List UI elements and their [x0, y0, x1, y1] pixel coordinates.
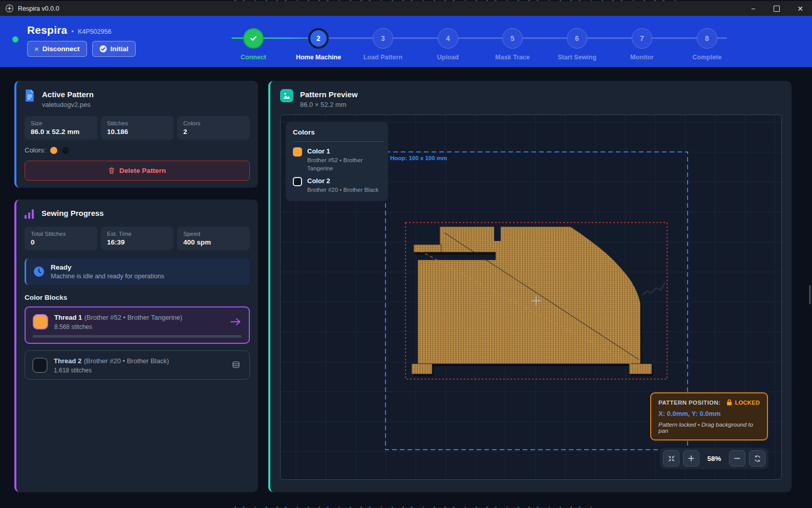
fit-view-button[interactable]: [663, 450, 679, 467]
stat-colors: Colors 2: [177, 116, 250, 140]
initial-label: Initial: [111, 45, 129, 53]
thread-1-swatch: [33, 314, 48, 329]
step-upload-circle[interactable]: 4: [438, 28, 458, 49]
locked-badge: LOCKED: [735, 400, 760, 406]
stat-size: Size 86.0 x 52.2 mm: [25, 116, 97, 140]
trash-icon: [109, 167, 115, 174]
step-monitor-circle[interactable]: 7: [632, 28, 652, 49]
pattern-filename: valetudogv2.pes: [42, 101, 94, 108]
step-load-pattern-circle[interactable]: 3: [373, 28, 393, 49]
connection-block: Respira • K4P502956 × Disconnect Init: [12, 24, 136, 57]
step-complete-circle[interactable]: 8: [697, 28, 717, 49]
stat-total-stitches-value: 0: [31, 238, 91, 246]
colors-legend-title: Colors: [293, 128, 384, 136]
thread-1-detail: (Brother #52 • Brother Tangerine): [84, 314, 182, 321]
file-icon: [25, 89, 35, 102]
pattern-canvas[interactable]: Hoop: 100 x 100 mm: [280, 115, 782, 480]
stat-speed-value: 400 spm: [183, 238, 244, 246]
zoom-level: 58%: [703, 455, 725, 462]
initial-button[interactable]: Initial: [92, 41, 136, 57]
pattern-position-overlay: PATTERN POSITION: LOCKED X: 0.0mm, Y: 0.…: [650, 392, 768, 440]
step-mask-trace-circle[interactable]: 5: [502, 28, 523, 49]
pattern-coordinates: X: 0.0mm, Y: 0.0mm: [658, 410, 760, 417]
zoom-controls: 58%: [660, 448, 768, 469]
check-circle-icon: [99, 45, 107, 53]
thread-1-progress-track: [33, 335, 242, 338]
pattern-preview-title: Pattern Preview: [300, 89, 358, 99]
pattern-position-label: PATTERN POSITION:: [658, 400, 720, 406]
close-icon: ✕: [797, 5, 803, 13]
stat-size-value: 86.0 x 52.2 mm: [31, 128, 91, 136]
stat-est-time: Est. Time 16:39: [101, 227, 174, 250]
stat-stitches-label: Stitches: [107, 120, 167, 126]
legend-swatch-2: [293, 177, 302, 186]
fit-view-icon: [668, 455, 675, 462]
brand-row: Respira • K4P502956: [27, 24, 136, 36]
refresh-icon: [754, 455, 761, 462]
step-connect-circle[interactable]: [243, 28, 264, 49]
maximize-button[interactable]: [765, 1, 788, 16]
thread-1-stitches: 8.568 stitches: [54, 323, 223, 330]
maximize-icon: [774, 6, 780, 12]
thread-2-block[interactable]: Thread 2 (Brother #20 • Brother Black) 1…: [25, 350, 250, 380]
legend-color-1-detail: Brother #52 • Brother Tangerine: [307, 156, 384, 172]
zoom-in-button[interactable]: [683, 450, 699, 467]
lock-icon: [726, 399, 732, 406]
check-icon: [249, 34, 258, 43]
stat-stitches-value: 10.186: [107, 128, 167, 136]
stat-est-time-label: Est. Time: [107, 231, 167, 237]
machine-status-desc: Machine is idle and ready for operations: [51, 273, 164, 280]
thread-2-stitches: 1.618 stitches: [54, 367, 224, 374]
main-content: Active Pattern valetudogv2.pes Size 86.0…: [0, 67, 812, 508]
delete-pattern-label: Delete Pattern: [119, 167, 166, 174]
disconnect-label: Disconnect: [42, 45, 80, 53]
thread-1-block[interactable]: Thread 1 (Brother #52 • Brother Tangerin…: [25, 306, 250, 344]
legend-entry-color-1: Color 1 Brother #52 • Brother Tangerine: [293, 147, 384, 172]
minimize-icon: −: [751, 5, 755, 13]
arrow-right-icon[interactable]: [230, 318, 241, 326]
sewing-progress-card: Sewing Progress Total Stitches 0 Est. Ti…: [14, 200, 258, 492]
minimize-button[interactable]: −: [741, 1, 765, 16]
machine-status-title: Ready: [51, 263, 164, 271]
delete-pattern-button[interactable]: Delete Pattern: [25, 161, 250, 181]
legend-divider: [293, 141, 384, 142]
bar-chart-icon: [25, 208, 35, 219]
machine-serial: K4P502956: [78, 28, 111, 35]
image-icon: [280, 89, 293, 102]
stat-size-label: Size: [31, 120, 91, 126]
active-pattern-card: Active Pattern valetudogv2.pes Size 86.0…: [14, 81, 258, 188]
titlebar: Respira v0.0.0 − ✕: [0, 1, 812, 16]
thread-2-name: Thread 2: [54, 357, 81, 365]
brand-title: Respira: [27, 24, 67, 36]
machine-status-box: Ready Machine is idle and ready for oper…: [25, 258, 250, 285]
window-scrollbar[interactable]: [809, 285, 811, 304]
legend-color-2-detail: Brother #20 • Brother Black: [307, 186, 384, 194]
thread-2-detail: (Brother #20 • Brother Black): [84, 357, 169, 365]
close-button[interactable]: ✕: [788, 1, 812, 16]
pattern-preview-card: Pattern Preview 86.0 × 52.2 mm: [268, 81, 792, 492]
brand-separator: •: [71, 28, 74, 35]
legend-entry-color-2: Color 2 Brother #20 • Brother Black: [293, 177, 384, 194]
colors-row-label: Colors:: [25, 146, 46, 154]
stat-stitches: Stitches 10.186: [101, 116, 174, 140]
step-home-machine-circle[interactable]: 2: [308, 28, 329, 49]
thread-2-swatch: [32, 358, 48, 373]
pattern-dimensions: 86.0 × 52.2 mm: [300, 101, 358, 108]
stat-speed: Speed 400 spm: [177, 227, 250, 250]
stat-colors-value: 2: [183, 128, 244, 136]
stat-colors-label: Colors: [183, 120, 244, 126]
clock-icon: [33, 266, 45, 277]
app-header: Respira • K4P502956 × Disconnect Init: [0, 16, 812, 67]
sewing-progress-title: Sewing Progress: [41, 208, 104, 217]
machine-status-dot: [12, 36, 18, 42]
pattern-notch: [494, 226, 501, 241]
disconnect-button[interactable]: × Disconnect: [27, 41, 87, 57]
stat-est-time-value: 16:39: [107, 238, 167, 246]
legend-color-1-name: Color 1: [307, 147, 384, 155]
zoom-out-button[interactable]: [729, 450, 745, 467]
reset-view-button[interactable]: [749, 450, 765, 467]
legend-color-2-name: Color 2: [307, 177, 384, 185]
stat-total-stitches-label: Total Stitches: [31, 231, 91, 237]
step-start-sewing-circle[interactable]: 6: [567, 28, 587, 49]
stat-speed-label: Speed: [183, 231, 244, 237]
